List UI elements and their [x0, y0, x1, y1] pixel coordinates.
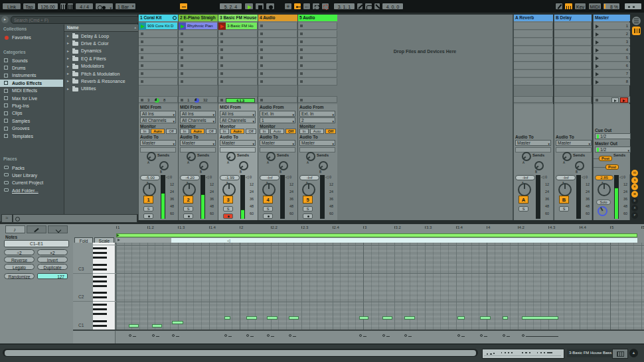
- session-record-button[interactable]: [321, 3, 329, 10]
- volume-handle[interactable]: ◁: [619, 174, 623, 179]
- clip-slot[interactable]: [139, 38, 178, 46]
- volume-handle[interactable]: ◁: [582, 174, 585, 179]
- loop-bar[interactable]: [116, 233, 637, 237]
- clip-slot[interactable]: [298, 62, 337, 70]
- clip-stop-button[interactable]: [220, 48, 223, 51]
- input-channel-select[interactable]: 2▾: [299, 117, 335, 123]
- volume-handle[interactable]: ◁: [166, 174, 169, 179]
- re-enable-automation-button[interactable]: ←: [303, 3, 311, 10]
- send-a-knob[interactable]: [226, 152, 236, 161]
- punch-out-button[interactable]: [374, 3, 380, 10]
- session-view-button[interactable]: [632, 27, 641, 35]
- solo-button[interactable]: S: [263, 206, 273, 211]
- velocity-marker[interactable]: [404, 334, 407, 337]
- volume-handle[interactable]: ◁: [206, 174, 209, 179]
- clip-slot[interactable]: [179, 70, 218, 78]
- sidebar-item-max-for-live[interactable]: Max for Live: [0, 95, 63, 102]
- monitor-off-button[interactable]: Off: [285, 129, 296, 134]
- folder-item-drive-color[interactable]: ▸Drive & Color: [64, 40, 138, 47]
- arm-button[interactable]: [143, 213, 153, 219]
- return-activator-button[interactable]: A: [519, 196, 528, 204]
- punch-in-button[interactable]: [357, 3, 363, 10]
- master-track-header[interactable]: Master: [594, 15, 630, 21]
- folder-item-delay-loop[interactable]: ▸Delay & Loop: [64, 32, 138, 40]
- piano-key-black[interactable]: [93, 308, 107, 310]
- clip-stop-button[interactable]: [220, 80, 223, 83]
- sidebar-item-clips[interactable]: Clips: [0, 110, 63, 117]
- clip-stop-button[interactable]: [181, 40, 183, 43]
- velocity-marker[interactable]: [289, 334, 291, 337]
- piano-key-black[interactable]: [93, 285, 107, 287]
- arm-button[interactable]: [183, 213, 193, 219]
- midi-note[interactable]: [129, 324, 139, 328]
- arm-button[interactable]: [303, 213, 313, 219]
- tab-expression[interactable]: [48, 225, 68, 233]
- sidebar-item-plug-ins[interactable]: Plug-Ins: [0, 102, 63, 109]
- clip-slot[interactable]: [298, 30, 337, 38]
- clip-stop-button[interactable]: [260, 40, 263, 43]
- clip-slot[interactable]: [258, 70, 297, 78]
- crossfade-slot[interactable]: [180, 147, 216, 152]
- follow-playhead-button[interactable]: ▲: [629, 349, 638, 357]
- output-type-select[interactable]: Master▾: [220, 140, 256, 146]
- midi-note[interactable]: [152, 324, 162, 328]
- scene-slot[interactable]: 5: [594, 54, 630, 62]
- input-channel-select[interactable]: All Channels▾: [180, 117, 216, 123]
- sidebar-item-instruments[interactable]: Instruments: [0, 72, 63, 80]
- clip-stop-button[interactable]: [220, 40, 223, 43]
- current-clip-label[interactable]: 3-Basic FM House Bass: [567, 349, 613, 357]
- send-a-knob[interactable]: [187, 152, 196, 161]
- volume-field[interactable]: 2.85: [595, 175, 613, 180]
- track-header[interactable]: 5 Audio: [298, 15, 337, 21]
- clip-slot[interactable]: [298, 38, 337, 46]
- midi-note[interactable]: [522, 316, 558, 320]
- solo-button[interactable]: S: [519, 206, 528, 211]
- computer-midi-keyboard-button[interactable]: [564, 3, 573, 10]
- solo-button[interactable]: S: [183, 206, 193, 211]
- horizontal-scrollbar-thumb[interactable]: [5, 350, 476, 356]
- arrangement-view-button[interactable]: [632, 17, 641, 25]
- solo-button[interactable]: Solo: [596, 200, 611, 205]
- search-input[interactable]: [11, 16, 139, 24]
- track-activator-button[interactable]: 5: [303, 196, 313, 204]
- input-type-select[interactable]: Ext. In▾: [299, 111, 335, 117]
- clip-slot[interactable]: [298, 46, 337, 54]
- capture-midi-button[interactable]: [312, 3, 320, 10]
- time-signature-field[interactable]: 4 / 4: [75, 3, 94, 10]
- volume-field[interactable]: -Inf: [515, 175, 535, 180]
- metronome-button[interactable]: ▾: [95, 3, 114, 10]
- track-activator-button[interactable]: 2: [183, 196, 193, 204]
- duplicate-button[interactable]: Duplicate: [37, 264, 68, 270]
- invert-button[interactable]: Invert: [37, 257, 68, 263]
- clip-stop-button[interactable]: [141, 48, 143, 51]
- clip-stop-button[interactable]: [181, 32, 183, 35]
- clip-stop-button[interactable]: [220, 56, 223, 59]
- sidebar-item-add-folder[interactable]: Add Folder...: [0, 187, 63, 194]
- clip-stop-button[interactable]: [141, 72, 143, 75]
- master-out-select[interactable]: ▾1/2: [595, 147, 631, 152]
- sidebar-item-templates[interactable]: Templates: [0, 133, 63, 140]
- track-header[interactable]: 3 Basic FM House: [218, 15, 258, 21]
- zoom-control[interactable]: [612, 349, 628, 359]
- scene-slot[interactable]: 4: [594, 46, 630, 54]
- device-drop-area[interactable]: Drop Files and Devices Here: [337, 15, 513, 220]
- return-activator-button[interactable]: B: [559, 196, 569, 204]
- automation-arm-button[interactable]: [293, 3, 301, 10]
- clip-stop-button[interactable]: [220, 32, 223, 35]
- clip-slot[interactable]: [139, 46, 178, 54]
- clip-slot[interactable]: [218, 38, 258, 46]
- midi-note[interactable]: [359, 316, 368, 320]
- clip-slot[interactable]: [218, 78, 258, 86]
- send-b-knob[interactable]: [575, 161, 584, 170]
- clip-stop-button[interactable]: [260, 48, 263, 51]
- monitor-off-button[interactable]: Off: [246, 129, 256, 134]
- clip-slot[interactable]: [298, 78, 337, 86]
- clip-slot[interactable]: [218, 70, 258, 78]
- send-b-knob[interactable]: [239, 161, 248, 170]
- sidebar-item-audio-effects[interactable]: Audio Effects: [0, 80, 63, 87]
- track-stop-button[interactable]: [181, 99, 183, 101]
- clip-stop-button[interactable]: [300, 64, 303, 67]
- back-to-arrangement-play-button[interactable]: [611, 97, 619, 103]
- loop-length-field[interactable]: 4. 0. 0: [382, 3, 404, 10]
- monitor-auto-button[interactable]: Auto: [230, 129, 244, 134]
